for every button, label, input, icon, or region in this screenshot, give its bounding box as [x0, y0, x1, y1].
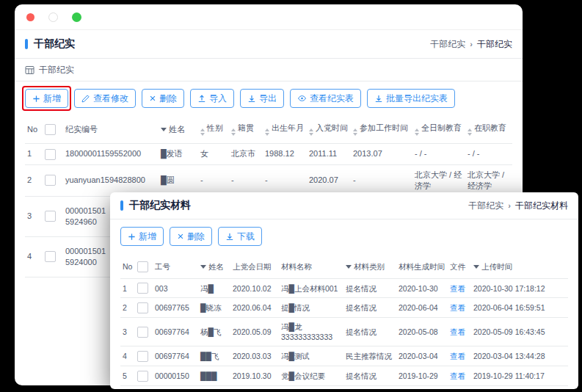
cell-file: 查看 — [448, 298, 471, 318]
window-titlebar — [15, 4, 523, 30]
cell-emp-id: 00697764 — [153, 385, 198, 389]
breadcrumb: 干部纪实 › 干部纪实材料 — [468, 200, 568, 212]
select-all-checkbox[interactable] — [137, 261, 148, 272]
row-checkbox[interactable] — [137, 327, 148, 338]
cell-no: 3 — [25, 196, 43, 236]
cell-gender: - — [198, 164, 229, 196]
cell-name: ███ — [198, 366, 230, 385]
breadcrumb-current[interactable]: 干部纪实 — [477, 38, 512, 51]
view-file-link[interactable]: 查看 — [450, 284, 465, 293]
cell-no: 4 — [120, 346, 135, 366]
cell-uploaded-time: 2019-10-29 11:40:17 — [471, 366, 568, 385]
import-button[interactable]: 导入 — [190, 89, 234, 108]
col-material-name[interactable]: 材料名称 — [279, 255, 343, 278]
cell-meeting-date: 2020.03.03 — [230, 346, 279, 366]
col-uploaded-time[interactable]: 上传时间 — [471, 255, 568, 278]
cell-meeting-date: 2020.06.04 — [230, 298, 279, 318]
col-material-type[interactable]: 材料类别 — [343, 255, 396, 278]
view-record-table-button[interactable]: 查看纪实表 — [290, 89, 361, 108]
cell-select — [43, 144, 63, 165]
col-meeting-date[interactable]: 上党会日期 — [230, 255, 279, 278]
cell-native-place: 北京市 — [229, 144, 263, 165]
breadcrumb-parent[interactable]: 干部纪实 — [430, 38, 465, 51]
table-row: 3 00697764 杨█飞 2020.05.09 冯█龙33333333333… — [120, 318, 568, 346]
minimize-window-button[interactable] — [48, 12, 58, 22]
batch-export-button[interactable]: 批量导出纪实表 — [367, 89, 455, 108]
select-all-checkbox[interactable] — [45, 124, 56, 135]
cell-emp-id: 00697765 — [153, 298, 198, 318]
col-file: 文件 — [448, 255, 471, 278]
col-name[interactable]: 姓名 — [159, 115, 198, 144]
close-icon — [177, 233, 184, 240]
table-header-row: No 工号 姓名 上党会日期 材料名称 材料类别 材料生成时间 文件 上传时间 — [120, 255, 568, 278]
view-file-link[interactable]: 查看 — [450, 327, 465, 336]
col-party-join[interactable]: 入党时间 — [307, 115, 351, 144]
cell-select — [135, 366, 153, 385]
sort-icon — [468, 128, 472, 136]
cell-birth-date: 1988.12 — [263, 144, 307, 165]
col-inservice-edu[interactable]: 在职教育 — [465, 115, 512, 144]
delete-button[interactable]: 删除 — [142, 89, 184, 108]
filter-icon[interactable] — [346, 265, 352, 269]
row-checkbox[interactable] — [45, 211, 56, 222]
col-birth-date[interactable]: 出生年月 — [263, 115, 307, 144]
cell-file: 查看 — [448, 278, 471, 298]
table-row: 1 003 冯█ 2020.10.02 冯█上会材料001 提名情况 2020-… — [120, 278, 568, 298]
cell-select — [135, 346, 153, 366]
edit-icon — [81, 94, 90, 103]
row-checkbox[interactable] — [45, 175, 56, 186]
cell-uploaded-time: 2020-06-04 16:59:51 — [471, 298, 568, 318]
cell-birth-date: - — [263, 164, 307, 196]
sort-icon — [353, 128, 357, 136]
breadcrumb-parent[interactable]: 干部纪实 — [468, 200, 503, 212]
delete-button[interactable]: 删除 — [170, 227, 212, 246]
col-fulltime-edu[interactable]: 全日制教育 — [412, 115, 465, 144]
add-button[interactable]: 新增 — [120, 227, 164, 246]
col-name[interactable]: 姓名 — [198, 255, 230, 278]
breadcrumb-current[interactable]: 干部纪实材料 — [515, 200, 568, 212]
cell-emp-id: 00697764 — [153, 318, 198, 346]
cell-generated-time: 2019-10-29 — [396, 385, 448, 389]
row-checkbox[interactable] — [137, 371, 148, 382]
export-button[interactable]: 导出 — [240, 89, 284, 108]
col-gender[interactable]: 性别 — [198, 115, 229, 144]
col-work-start[interactable]: 参加工作时间 — [351, 115, 412, 144]
view-file-link[interactable]: 查看 — [450, 371, 465, 380]
cell-no: 1 — [120, 278, 135, 298]
add-button[interactable]: 新增 — [25, 89, 68, 108]
row-checkbox[interactable] — [137, 283, 148, 294]
cell-native-place: - — [229, 164, 263, 196]
cell-file: 查看 — [448, 346, 471, 366]
col-record-id[interactable]: 纪实编号 — [63, 115, 159, 144]
view-file-link[interactable]: 查看 — [450, 303, 465, 312]
col-generated-time[interactable]: 材料生成时间 — [396, 255, 448, 278]
filter-icon[interactable] — [473, 265, 479, 269]
col-native-place[interactable]: 籍贯 — [229, 115, 263, 144]
view-file-link[interactable]: 查看 — [450, 352, 465, 360]
plus-icon — [32, 95, 40, 103]
cell-file: 查看 — [448, 366, 471, 385]
table-row: 4 00697764 ██飞 2020.03.03 冯█测试 民主推荐情况 20… — [120, 346, 568, 366]
table-row: 1 18000001159552000 █发语 女 北京市 1988.12 20… — [25, 144, 512, 165]
maximize-window-button[interactable] — [72, 12, 81, 22]
row-checkbox[interactable] — [137, 302, 148, 313]
view-edit-button[interactable]: 查看修改 — [74, 89, 136, 108]
cell-material-name: 冯█上会材料001 — [279, 278, 343, 298]
col-emp-id[interactable]: 工号 — [153, 255, 198, 278]
close-window-button[interactable] — [26, 13, 34, 21]
row-checkbox[interactable] — [45, 251, 56, 262]
col-select — [135, 255, 153, 278]
row-checkbox[interactable] — [45, 149, 56, 160]
filter-icon[interactable] — [200, 265, 206, 269]
col-select — [43, 115, 63, 144]
row-checkbox[interactable] — [137, 351, 148, 362]
col-no: No — [25, 115, 43, 144]
breadcrumb-separator-icon: › — [470, 40, 473, 48]
cell-uploaded-time: 2020-10-30 17:18:12 — [471, 278, 568, 298]
filter-icon[interactable] — [161, 128, 167, 131]
download-button[interactable]: 下载 — [218, 227, 262, 246]
cell-select — [135, 385, 153, 389]
cell-name: █圆 — [159, 164, 198, 196]
cell-select — [135, 318, 153, 346]
upload-icon — [197, 94, 206, 103]
